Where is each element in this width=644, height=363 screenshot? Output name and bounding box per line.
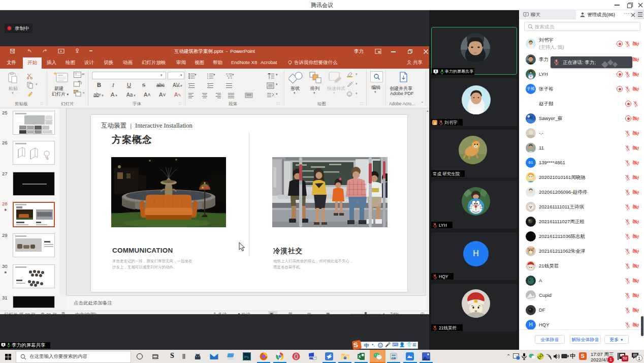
svg-text:Ps: Ps (244, 355, 249, 359)
svg-text:X: X (359, 354, 361, 359)
